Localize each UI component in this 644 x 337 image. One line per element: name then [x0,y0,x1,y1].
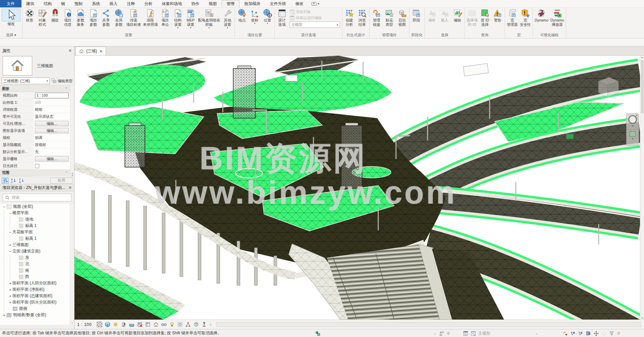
property-section-图形[interactable]: 图形⌃ [0,86,70,92]
tree-item-东[interactable]: 东 [0,254,74,261]
design-options-icon[interactable] [463,331,468,336]
property-filter-icon[interactable] [2,178,9,184]
editable-worksets-icon[interactable] [439,331,444,336]
tree-item-三维视图[interactable]: +三维视图 [0,242,74,248]
options-chevron-icon[interactable]: ⌄ [535,332,538,335]
reveal-constraints-icon[interactable] [200,321,208,328]
save-orientation-icon[interactable] [192,321,200,328]
panel-label-管理项目[interactable]: 管理项目 [369,33,409,38]
ribbon-tab-管理[interactable]: 管理 [221,0,240,7]
shadows-icon[interactable] [120,321,128,328]
ribbon-tab-预制[interactable]: 预制 [70,0,87,7]
active-design-option[interactable]: 主模型 [478,331,490,336]
tree-expander[interactable]: − [8,249,12,253]
tree-expander[interactable]: − [8,230,12,234]
ribbon-tab-插入[interactable]: 插入 [105,0,122,7]
reveal-hidden-elements-icon[interactable] [168,321,176,328]
apply-button[interactable]: 应用 [50,178,72,184]
navigation-bar[interactable]: ✕ ▾ ▾ [626,113,639,146]
property-value[interactable]: 按规程 [34,141,70,148]
tree-expander[interactable]: + [8,294,12,298]
ribbon-button-项目信息[interactable]: i项目 信息 [61,8,74,27]
panel-label-阶段化[interactable]: 阶段化 [409,33,425,38]
ribbon-button-结构设置[interactable]: 结构 设置▾ [171,8,184,29]
ribbon-button-项目参数[interactable]: 项目 参数 [87,8,100,27]
ribbon-button-其他设置[interactable]: 其他 设置▾ [221,8,234,29]
ribbon-button-共享参数[interactable]: 共享 参数 [100,8,112,27]
locked-3d-view-icon[interactable] [152,321,160,328]
collapse-bar-icon[interactable]: ‹ [208,322,213,327]
tree-expander[interactable]: − [8,211,12,215]
ribbon-button-管理链接[interactable]: 管理 链接 [370,8,383,27]
select-links-toggle-icon[interactable] [563,331,568,336]
crop-view-icon[interactable] [136,321,144,328]
property-value[interactable]: 显示原状态 [34,113,70,120]
properties-scrollbar[interactable]: ▲▼ [70,86,74,177]
sun-path-icon[interactable] [112,321,119,328]
tree-item-面积平面 (人防分区面积)[interactable]: +面积平面 (人防分区面积) [0,280,74,286]
ribbon-button-对象样式[interactable]: 对象 样式 [36,8,49,27]
tree-expander[interactable]: + [8,300,12,304]
ribbon-button-清除未使用项[interactable]: 清除 未使用项 [142,8,159,27]
view-scale-button[interactable]: 1 : 100 [77,322,95,327]
temporary-view-properties-icon[interactable] [176,321,184,328]
tree-expander[interactable]: + [2,313,6,317]
active-option-dropdown[interactable]: 主模型▾ [290,21,340,28]
ribbon-button-地点[interactable]: 地点 [236,8,248,23]
tree-item-标高 1[interactable]: 标高 1 [0,223,74,229]
ribbon-tab-注释[interactable]: 注释 [122,0,140,7]
view-tab-close-icon[interactable]: ✕ [99,49,103,54]
panel-label-可视化编程[interactable]: 可视化编程 [533,33,566,38]
checkbox-日光路径[interactable] [35,164,39,168]
ribbon-button-坐标[interactable]: 坐标▾ [248,8,261,25]
ribbon-tab-视图[interactable]: 视图 [204,0,221,7]
property-input-视图比例[interactable]: 1 : 100 [35,93,69,98]
ribbon-button-启动视图[interactable]: 启动 视图 [396,8,408,27]
panel-label-衍生式设计[interactable]: 衍生式设计 [342,33,369,38]
edit-button[interactable]: 编辑... [35,121,69,126]
tree-item-西[interactable]: 西 [0,274,74,280]
tree-expander[interactable]: + [8,288,12,292]
select-by-face-toggle-icon[interactable] [586,331,591,336]
ribbon-button-MEP设置[interactable]: MEPMEP 设置▾ [184,8,197,29]
ribbon-button-参数服务[interactable]: 参数 服务 [74,8,87,27]
tree-item-明细表/数量 (全部)[interactable]: +明细表/数量 (全部) [0,312,74,318]
browser-search-input[interactable]: 搜索 [3,194,71,201]
sort-ascending-icon[interactable]: AZ [10,178,17,184]
edit-type-button[interactable]: 编辑类型 [51,78,72,84]
ribbon-tab-文件升级[interactable]: 文件升级 [265,0,291,7]
property-value[interactable]: 精细 [34,106,70,113]
tree-expander[interactable]: − [2,205,6,209]
ribbon-button-捕捉[interactable]: 捕捉 [49,8,61,23]
type-selector[interactable]: 三维视图: {三维}▾ [2,78,50,84]
ribbon-button-创建分析[interactable]: 创建 分析 [343,8,356,27]
model-canvas[interactable]: BIM资源网 www.bimzyw.com ✕ ▾ ▾ [75,56,640,320]
property-value[interactable]: 100 [34,99,70,106]
visual-style-icon[interactable] [104,321,111,328]
viewport-vertical-scrollbar[interactable]: ▲▼ [640,56,644,320]
ribbon-tab-体量和场地[interactable]: 体量和场地 [157,0,187,7]
drag-elements-toggle-icon[interactable] [594,331,599,336]
tree-item-图例[interactable]: 图例 [0,305,74,312]
project-browser-close-icon[interactable]: ✕ [68,185,72,190]
tree-item-视图 (全部)[interactable]: −视图 (全部) [0,203,74,210]
tree-expander[interactable]: + [8,243,12,247]
filter-icon[interactable] [609,331,614,336]
tree-expander[interactable]: + [8,281,12,285]
ribbon-tab-附加模块[interactable]: 附加模块 [240,0,265,7]
ribbon-button-阶段[interactable]: 阶段 [410,8,423,23]
ribbon-button-材质[interactable]: 材质 [23,8,36,23]
ribbon-button-项目单位[interactable]: 0.0项目 单位 [159,8,171,27]
ribbon-display-toggle[interactable]: ▾ [308,0,323,7]
render-dialog-icon[interactable] [128,321,136,328]
file-menu-button[interactable]: 文件 [0,0,21,7]
panel-label-选择[interactable]: 选择 [425,33,464,38]
ribbon-tab-协作[interactable]: 协作 [187,0,204,7]
ribbon-button-配电盘明细表样板[interactable]: 配电盘明细表 样板▾ [197,8,221,29]
ribbon-button-全局参数[interactable]: 全局 参数 [112,8,125,27]
ribbon-tab-系统[interactable]: 系统 [87,0,105,7]
zoom-tool-icon[interactable] [630,131,636,137]
temporary-hide-isolate-icon[interactable] [160,321,168,328]
panel-label-宏[interactable]: 宏 [505,33,533,38]
ribbon-button-传递项目标准[interactable]: 传递 项目标准 [125,8,142,27]
